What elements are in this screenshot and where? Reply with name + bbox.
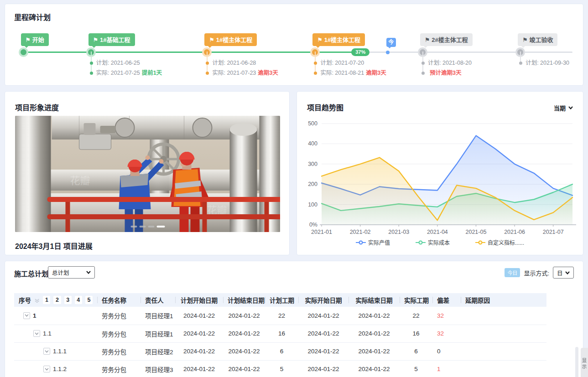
flag-icon: ⚑ xyxy=(26,36,32,43)
milestone-date-line: 实际: 2021-07-25提前1天 xyxy=(90,69,162,79)
column-header: 序号12345 xyxy=(14,293,97,307)
plan-start-cell: 2024-01-22 xyxy=(175,360,223,377)
table-body: 1 劳务分包 项目经理1 2024-01-22 2024-01-22 22 20… xyxy=(14,307,546,377)
milestone-label: 1#楼主体工程 xyxy=(324,36,360,43)
level-button-3[interactable]: 3 xyxy=(64,296,72,304)
deviation-cell: 1 xyxy=(432,360,461,377)
milestone-dates: 计划: 2021-09-30 xyxy=(519,59,569,69)
milestone-date-line: 实际: 2021-07-23逾期3天 xyxy=(206,69,278,79)
carousel-dot[interactable] xyxy=(148,226,154,227)
actual-start-cell: 2024-01-22 xyxy=(298,342,349,360)
legend-marker-icon xyxy=(475,240,485,245)
serial-number: 1 xyxy=(33,312,36,319)
svg-text:500: 500 xyxy=(308,120,317,127)
column-header: 任务名称 xyxy=(97,293,140,307)
expand-icon[interactable] xyxy=(23,312,30,319)
side-panel-tab[interactable]: 显示 xyxy=(581,348,588,377)
site-photo[interactable]: 花瓣 花瓣 xyxy=(15,116,280,232)
display-mode-label: 显示方式: xyxy=(524,269,549,277)
delay-reason-cell xyxy=(461,360,546,377)
plan-end-cell: 2024-01-22 xyxy=(223,342,265,360)
column-header: 责任人 xyxy=(140,293,175,307)
carousel-dot[interactable] xyxy=(130,226,137,227)
expand-icon[interactable] xyxy=(43,348,50,355)
construction-plan-card: 施工总计划 总计划 今日 显示方式: 日 序号12345任务名称责任人计划开始日… xyxy=(5,261,583,377)
bullet-icon xyxy=(421,62,425,65)
photo-caption: 2024年3月1日 项目进展 xyxy=(15,240,93,251)
milestone-date-line: 计划: 2021-06-28 xyxy=(206,59,278,69)
legend-marker-icon xyxy=(416,240,426,245)
legend-marker-icon xyxy=(356,240,366,245)
plan-start-cell: 2024-01-22 xyxy=(175,307,223,325)
period-selector[interactable]: 当期 xyxy=(554,103,573,112)
today-bubble: 今 xyxy=(386,38,396,47)
today-dot-icon xyxy=(386,51,390,54)
table-card-title: 施工总计划 xyxy=(14,269,48,278)
column-header: 计划结束日期 xyxy=(223,293,265,307)
bullet-icon xyxy=(90,72,93,75)
bullet-icon xyxy=(314,62,317,65)
plan-start-cell: 2024-01-22 xyxy=(175,325,223,342)
delay-reason-cell xyxy=(461,325,546,342)
actual-end-cell: 2024-01-22 xyxy=(349,307,400,325)
svg-text:2021-05: 2021-05 xyxy=(466,229,487,235)
milestone-label: 竣工验收 xyxy=(529,36,553,43)
delay-reason-cell xyxy=(461,342,546,360)
expand-icon[interactable] xyxy=(33,330,40,337)
owner-cell: 项目经理1 xyxy=(140,307,175,325)
scrollbar-thumb[interactable] xyxy=(575,347,578,377)
timeline-progress-line xyxy=(24,52,362,53)
level-button-5[interactable]: 5 xyxy=(85,296,93,304)
milestone-dates: 计划: 2021-07-20实际: 2021-08-21逾期3天 xyxy=(314,59,386,79)
table-row: 1.1.1 劳务分包 项目经理2 2024-01-22 2024-01-22 6… xyxy=(14,342,546,360)
chevron-down-icon xyxy=(565,271,570,274)
level-button-2[interactable]: 2 xyxy=(53,296,61,304)
serial-number: 1.1.2 xyxy=(53,366,67,372)
svg-text:2021-07: 2021-07 xyxy=(543,229,564,235)
timeline-remaining-line xyxy=(362,52,572,53)
expand-icon[interactable] xyxy=(43,366,50,372)
flag-icon: ⚑ xyxy=(425,36,432,43)
level-button-4[interactable]: 4 xyxy=(75,296,82,304)
plan-end-cell: 2024-01-22 xyxy=(223,307,265,325)
bullet-icon xyxy=(206,62,209,65)
column-header: 偏差 xyxy=(432,293,461,307)
column-header: 延期原因 xyxy=(461,293,546,307)
table-row: 1 劳务分包 项目经理1 2024-01-22 2024-01-22 22 20… xyxy=(14,307,546,325)
plan-type-select[interactable]: 总计划 xyxy=(48,266,95,279)
owner-cell: 项目经理3 xyxy=(140,360,175,377)
svg-text:2021-03: 2021-03 xyxy=(388,229,409,235)
chart-card-title: 项目趋势图 xyxy=(307,102,343,113)
plan-table: 序号12345任务名称责任人计划开始日期计划结束日期计划工期实际开始日期实际结束… xyxy=(14,293,546,377)
deviation-cell: 32 xyxy=(432,307,461,325)
carousel-dot[interactable] xyxy=(156,226,165,227)
svg-text:200: 200 xyxy=(308,181,317,187)
milestone-label-bubble: ⚑ 1#楼主体工程 xyxy=(312,33,365,46)
column-header: 实际结束日期 xyxy=(349,293,400,307)
milestone-dates: 计划: 2021-06-25实际: 2021-07-25提前1天 xyxy=(90,59,162,79)
table-row: 1.1 劳务分包 项目经理1 2024-01-22 2024-01-22 16 … xyxy=(14,325,546,342)
chart-legend: 实际产值实际成本自定义指标...... xyxy=(297,238,583,246)
legend-item[interactable]: 实际成本 xyxy=(416,238,450,246)
legend-item[interactable]: 实际产值 xyxy=(356,238,390,246)
carousel-dots xyxy=(130,226,165,227)
display-mode-select[interactable]: 日 xyxy=(553,267,574,279)
svg-text:2021-06: 2021-06 xyxy=(504,229,525,235)
milestone-dates: 计划: 2021-08-20预计逾期3天 xyxy=(421,59,472,79)
svg-text:2021-04: 2021-04 xyxy=(427,229,448,235)
milestone-timeline: ⚑ 开始 ⚑ 1#基础工程 计划: 2021-06-25实际: 2021-07-… xyxy=(5,4,583,85)
level-button-1[interactable]: 1 xyxy=(43,296,50,304)
carousel-dot[interactable] xyxy=(139,226,146,227)
today-badge[interactable]: 今日 xyxy=(505,268,520,277)
project-trend-card: 项目趋势图 当期 0%1002003004005002021-012021-02… xyxy=(297,91,583,255)
serial-number: 1.1.1 xyxy=(53,348,67,355)
actual-duration-cell: 5 xyxy=(400,360,432,377)
actual-duration-cell: 6 xyxy=(400,342,432,360)
column-header: 计划工期 xyxy=(265,293,298,307)
plan-duration-cell: 16 xyxy=(265,325,298,342)
flag-icon: ⚑ xyxy=(209,36,216,43)
milestone-date-line: 实际: 2021-08-21逾期3天 xyxy=(314,69,386,79)
legend-item[interactable]: 自定义指标...... xyxy=(475,238,524,246)
bullet-icon xyxy=(421,72,425,75)
trend-chart[interactable]: 0%1002003004005002021-012021-022021-0320… xyxy=(301,114,580,237)
